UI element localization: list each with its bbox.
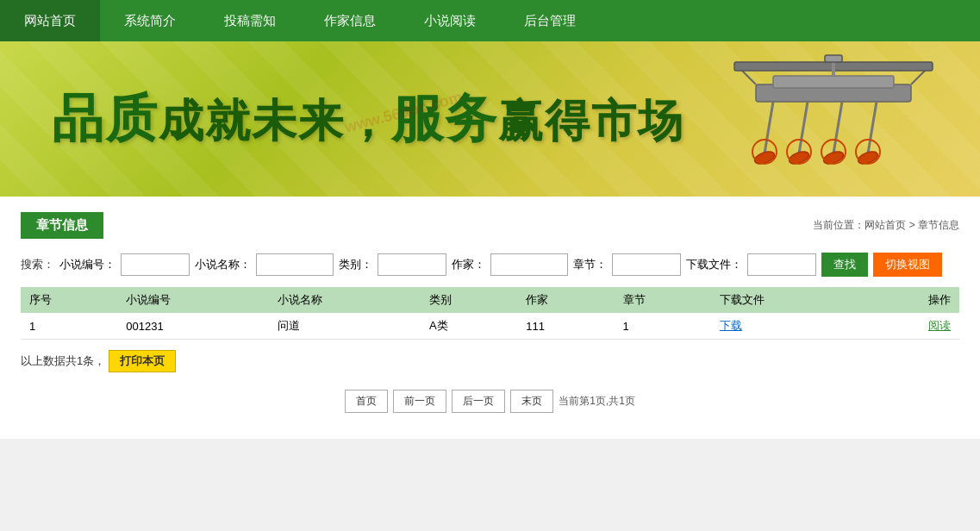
section-title: 章节信息 xyxy=(21,212,103,239)
svg-line-2 xyxy=(765,102,773,153)
th-novel-id: 小说编号 xyxy=(117,287,269,313)
cell-action[interactable]: 阅读 xyxy=(863,313,959,340)
search-category-input[interactable] xyxy=(378,253,446,276)
th-novel-name: 小说名称 xyxy=(269,287,421,313)
search-bar: 搜索： 小说编号： 小说名称： 类别： 作家： 章节： 下载文件： 查找 切换视… xyxy=(21,253,959,277)
th-seq: 序号 xyxy=(21,287,117,313)
prev-page-button[interactable]: 前一页 xyxy=(393,390,446,413)
author-label: 作家： xyxy=(452,257,485,272)
novel-name-label: 小说名称： xyxy=(195,257,251,272)
search-novel-name-input[interactable] xyxy=(256,253,334,276)
table-row: 1 001231 问道 A类 111 1 下载 阅读 xyxy=(21,313,959,340)
th-chapter: 章节 xyxy=(615,287,711,313)
search-button[interactable]: 查找 xyxy=(821,253,868,277)
svg-line-5 xyxy=(868,102,877,153)
nav-item-submission[interactable]: 投稿需知 xyxy=(200,0,300,41)
download-label: 下载文件： xyxy=(686,257,742,272)
cell-category: A类 xyxy=(421,313,517,340)
search-author-input[interactable] xyxy=(490,253,568,276)
nav-item-admin[interactable]: 后台管理 xyxy=(500,0,600,41)
th-author: 作家 xyxy=(517,287,614,313)
nav-item-intro[interactable]: 系统简介 xyxy=(100,0,200,41)
svg-rect-1 xyxy=(773,76,894,88)
svg-line-4 xyxy=(833,102,842,153)
section-header: 章节信息 当前位置：网站首页 > 章节信息 xyxy=(21,212,959,239)
table-header-row: 序号 小说编号 小说名称 类别 作家 章节 下载文件 操作 xyxy=(21,287,959,313)
cell-download[interactable]: 下载 xyxy=(711,313,863,340)
pagination: 首页 前一页 后一页 末页 当前第1页,共1页 xyxy=(21,390,959,413)
read-link[interactable]: 阅读 xyxy=(928,319,951,332)
svg-rect-18 xyxy=(825,55,842,62)
next-page-button[interactable]: 后一页 xyxy=(452,390,505,413)
nav-item-reading[interactable]: 小说阅读 xyxy=(400,0,500,41)
switch-view-button[interactable]: 切换视图 xyxy=(873,253,942,277)
cell-chapter: 1 xyxy=(615,313,711,340)
data-table: 序号 小说编号 小说名称 类别 作家 章节 下载文件 操作 1 001231 问… xyxy=(21,287,959,340)
cell-novel-name: 问道 xyxy=(269,313,421,340)
page-info: 当前第1页,共1页 xyxy=(559,394,635,409)
banner-equipment-image xyxy=(687,50,963,188)
svg-line-3 xyxy=(799,102,808,153)
search-novel-id-input[interactable] xyxy=(121,253,190,276)
cell-novel-id: 001231 xyxy=(117,313,269,340)
navigation: 网站首页 系统简介 投稿需知 作家信息 小说阅读 后台管理 xyxy=(0,0,980,41)
first-page-button[interactable]: 首页 xyxy=(345,390,388,413)
last-page-button[interactable]: 末页 xyxy=(510,390,553,413)
data-summary: 以上数据共1条， 打印本页 xyxy=(21,350,959,372)
chapter-label: 章节： xyxy=(573,257,607,272)
th-download: 下载文件 xyxy=(711,287,863,313)
novel-id-label: 小说编号： xyxy=(59,257,115,272)
cell-seq: 1 xyxy=(21,313,117,340)
search-label: 搜索： xyxy=(21,257,54,272)
content-area: 章节信息 当前位置：网站首页 > 章节信息 搜索： 小说编号： 小说名称： 类别… xyxy=(0,197,980,439)
cell-author: 111 xyxy=(517,313,614,340)
search-download-input[interactable] xyxy=(747,253,816,276)
th-action: 操作 xyxy=(863,287,959,313)
category-label: 类别： xyxy=(339,257,372,272)
th-category: 类别 xyxy=(421,287,517,313)
download-link[interactable]: 下载 xyxy=(720,319,742,332)
summary-text: 以上数据共1条， xyxy=(21,354,105,367)
print-button[interactable]: 打印本页 xyxy=(109,350,176,372)
breadcrumb: 当前位置：网站首页 > 章节信息 xyxy=(813,218,959,233)
nav-item-author[interactable]: 作家信息 xyxy=(300,0,400,41)
banner: 品质成就未来，服务赢得市场 xyxy=(0,41,980,197)
search-chapter-input[interactable] xyxy=(612,253,681,276)
nav-item-home[interactable]: 网站首页 xyxy=(0,0,100,41)
